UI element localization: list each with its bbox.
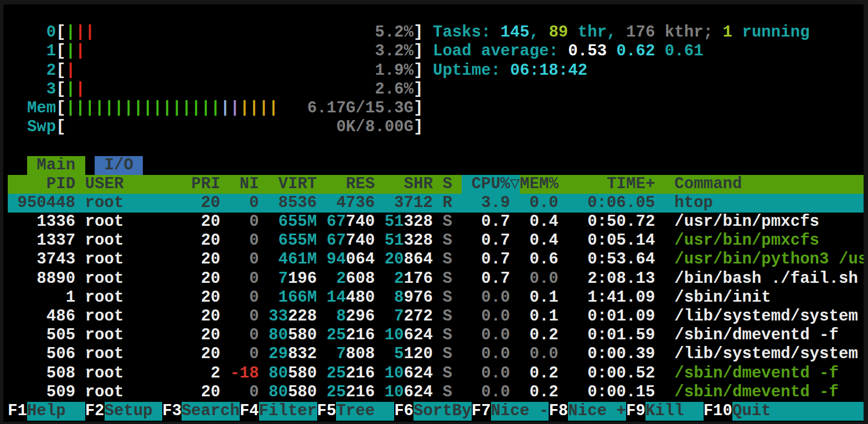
f7-key[interactable]: F7: [472, 402, 491, 421]
cpu0-bars-kernel: ||: [75, 23, 95, 42]
process-row-508[interactable]: 508 root 2 -18 80580 25216 10624 S 0.0 0…: [8, 364, 864, 383]
mem-bars-shared: |: [230, 99, 239, 118]
uptime-value: 06:18:42: [510, 61, 588, 80]
swp-label: Swp: [8, 118, 56, 137]
f6-sortby-button[interactable]: SortBy: [414, 402, 472, 421]
meter-close-bracket: ]: [414, 80, 423, 99]
kthread-count: 176 kthr;: [626, 23, 723, 42]
tab-io[interactable]: I/O: [95, 156, 143, 175]
mem-bars-used: ||||||||||||||||: [66, 99, 220, 118]
process-row-1337[interactable]: 1337 root 20 0 655M 67740 51328 S 0.7 0.…: [8, 231, 864, 250]
tab-main[interactable]: Main: [27, 156, 85, 175]
cpu3-bars-normal: |: [66, 80, 75, 99]
cpu3-percent: 2.6%: [85, 80, 414, 99]
process-row-1[interactable]: 1 root 20 0 166M 14480 8976 S 0.0 0.1 1:…: [8, 288, 864, 307]
sort-column-cpu[interactable]: CPU%▽: [462, 175, 520, 194]
mem-bars-cache: ||||: [240, 99, 278, 118]
table-header[interactable]: PID USER PRI NI VIRT RES SHR S CPU%▽MEM%…: [8, 175, 864, 194]
f7-nice-minus-button[interactable]: Nice -: [491, 402, 549, 421]
f5-tree-button[interactable]: Tree: [336, 402, 394, 421]
meter-close-bracket: ]: [414, 118, 423, 137]
meter-close-bracket: ]: [414, 99, 423, 118]
column-headers-left[interactable]: PID USER PRI NI VIRT RES SHR S: [8, 175, 462, 194]
f10-key[interactable]: F10: [704, 402, 732, 421]
f6-key[interactable]: F6: [394, 402, 414, 421]
spacer-line: [8, 137, 864, 156]
cpu1-bars-normal: |: [66, 42, 75, 61]
meter-open-bracket: [: [56, 42, 65, 61]
spacer-line: [8, 4, 864, 23]
f8-key[interactable]: F8: [549, 402, 568, 421]
f3-search-button[interactable]: Search: [182, 402, 240, 421]
cpu1-bars-kernel: |: [75, 42, 85, 61]
process-row-486[interactable]: 486 root 20 0 33228 8296 7272 S 0.0 0.1 …: [8, 307, 864, 326]
command-cell: /usr/bin/python3 /us: [655, 250, 864, 269]
cpu0-bars-normal: |: [66, 23, 75, 42]
command-cell: /sbin/dmeventd -f: [655, 383, 839, 402]
meter-open-bracket: [: [56, 118, 65, 137]
meter-close-bracket: ]: [414, 61, 423, 80]
selected-row-text: 950448 root 20 0 8536 4736 3712 R 3.9 0.…: [8, 194, 864, 213]
process-row-506[interactable]: 506 root 20 0 29832 7808 5120 S 0.0 0.0 …: [8, 345, 864, 364]
meter-close-bracket: ]: [414, 23, 423, 42]
cpu2-meter-line: 2[| 1.9%] Uptime: 06:18:42: [8, 61, 864, 80]
load-average-label: Load average:: [423, 42, 568, 61]
swp-value: 0K/8.00G: [66, 118, 414, 137]
cpu2-percent: 1.9%: [75, 61, 414, 80]
cpu3-label: 3: [8, 80, 56, 99]
load-5min: 0.62: [617, 42, 655, 61]
command-cell: /lib/systemd/system: [655, 345, 858, 364]
command-cell: /sbin/dmeventd -f: [655, 326, 839, 345]
f1-help-button[interactable]: Help: [27, 402, 85, 421]
cpu1-percent: 3.2%: [85, 42, 414, 61]
f8-nice-plus-button[interactable]: Nice +: [568, 402, 626, 421]
cpu0-percent: 5.2%: [95, 23, 414, 42]
process-row-8890[interactable]: 8890 root 20 0 7196 2608 2176 S 0.7 0.0 …: [8, 270, 864, 288]
meter-open-bracket: [: [56, 23, 65, 42]
command-cell: /lib/systemd/system: [655, 307, 858, 326]
command-cell: /bin/bash ./fail.sh: [655, 270, 858, 288]
cpu1-label: 1: [8, 42, 56, 61]
command-cell: /sbin/dmeventd -f: [655, 364, 839, 383]
load-15min: 0.61: [665, 42, 704, 61]
tasks-count: 145: [500, 23, 529, 42]
f4-filter-button[interactable]: Filter: [259, 402, 317, 421]
command-cell: /usr/bin/pmxcfs: [655, 213, 819, 231]
load-1min: 0.53: [568, 42, 607, 61]
swap-meter-line: Swp[ 0K/8.00G]: [8, 118, 864, 137]
uptime-label: Uptime:: [423, 61, 510, 80]
f9-key[interactable]: F9: [626, 402, 645, 421]
f5-key[interactable]: F5: [317, 402, 337, 421]
f10-quit-button[interactable]: Quit: [732, 402, 864, 421]
cpu3-bars-kernel: |: [75, 80, 85, 99]
cpu1-meter-line: 1[|| 3.2%] Load average: 0.53 0.62 0.61: [8, 42, 864, 61]
screen-tabs: Main I/O: [8, 156, 864, 175]
mem-label: Mem: [8, 99, 56, 118]
terminal: 0[||| 5.2%] Tasks: 145, 89 thr, 176 kthr…: [3, 4, 864, 422]
f4-key[interactable]: F4: [240, 402, 259, 421]
cpu2-label: 2: [8, 61, 56, 80]
tasks-label: Tasks:: [423, 23, 500, 42]
cpu3-meter-line: 3[|| 2.6%]: [8, 80, 864, 99]
running-count: 1: [723, 23, 732, 42]
cpu0-meter-line: 0[||| 5.2%] Tasks: 145, 89 thr, 176 kthr…: [8, 23, 864, 42]
process-row-3743[interactable]: 3743 root 20 0 461M 94064 20864 S 0.7 0.…: [8, 250, 864, 269]
process-row-509[interactable]: 509 root 20 0 80580 25216 10624 S 0.0 0.…: [8, 383, 864, 402]
memory-meter-line: Mem[|||||||||||||||||||||| 6.17G/15.3G]: [8, 99, 864, 118]
f2-setup-button[interactable]: Setup: [105, 402, 163, 421]
f2-key[interactable]: F2: [85, 402, 105, 421]
f9-kill-button[interactable]: Kill: [645, 402, 704, 421]
command-cell: /usr/bin/pmxcfs: [655, 231, 819, 250]
mem-bars-buffers: |: [220, 99, 230, 118]
process-row-505[interactable]: 505 root 20 0 80580 25216 10624 S 0.0 0.…: [8, 326, 864, 345]
process-row-950448-selected[interactable]: 950448 root 20 0 8536 4736 3712 R 3.9 0.…: [8, 194, 864, 213]
meter-open-bracket: [: [56, 80, 65, 99]
nice-value-negative: -18: [230, 364, 259, 383]
thread-count: 89: [549, 23, 568, 42]
meter-open-bracket: [: [56, 99, 65, 118]
process-row-1336[interactable]: 1336 root 20 0 655M 67740 51328 S 0.7 0.…: [8, 213, 864, 231]
f1-key[interactable]: F1: [8, 402, 27, 421]
meter-close-bracket: ]: [414, 42, 423, 61]
f3-key[interactable]: F3: [162, 402, 182, 421]
column-headers-right[interactable]: MEM% TIME+ Command: [520, 175, 864, 194]
